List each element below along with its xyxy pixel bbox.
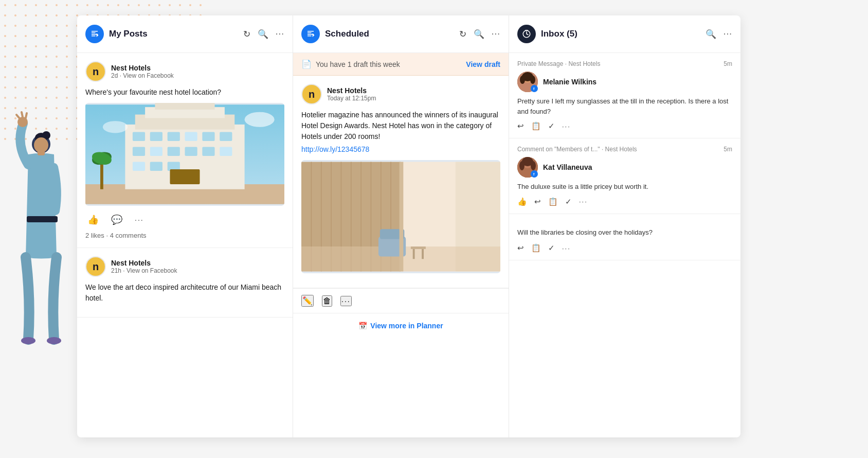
svg-rect-23 (133, 132, 145, 140)
scheduled-nest-avatar: n (301, 84, 322, 104)
post-author-1: n Nest Hotels 2d · View on Facebook (85, 61, 284, 82)
nest-hotels-avatar-2: n (85, 256, 106, 277)
my-posts-actions: ↻ 🔍 ··· (243, 29, 284, 40)
more-button-msg2[interactable]: ··· (579, 198, 588, 205)
inbox-sender-1: f Melanie Wilkins (517, 72, 732, 92)
svg-rect-56 (411, 246, 426, 249)
post-card-1: n Nest Hotels 2d · View on Facebook Wher… (77, 53, 293, 248)
melanie-actions: ↩ 📋 ✓ ··· (517, 121, 732, 131)
view-draft-button[interactable]: View draft (466, 60, 500, 68)
svg-rect-24 (150, 132, 162, 140)
refresh-icon[interactable]: ↻ (243, 29, 250, 40)
inbox-header: Inbox (5) 🔍 ··· (509, 15, 740, 53)
svg-rect-35 (133, 162, 145, 171)
done-button-1[interactable]: ✓ (548, 121, 555, 131)
post-author-2: n Nest Hotels 21h · View on Facebook (85, 256, 284, 277)
more-button-msg3[interactable]: ··· (562, 244, 571, 252)
delete-button[interactable]: 🗑 (322, 295, 332, 307)
svg-rect-25 (168, 132, 180, 140)
fb-badge-2: f (531, 170, 538, 178)
svg-point-66 (520, 76, 525, 84)
unknown-actions: ↩ 📋 ✓ ··· (517, 243, 732, 253)
fb-badge-1: f (531, 85, 538, 92)
inbox-message-2: Comment on "Members of t..." · Nest Hote… (509, 138, 740, 214)
more-button-1[interactable]: ··· (133, 214, 146, 226)
draft-banner: 📄 You have 1 draft this week View draft (293, 53, 509, 76)
kat-actions: 👍 ↩ 📋 ✓ ··· (517, 197, 732, 206)
draft-icon: 📄 (301, 59, 312, 69)
my-posts-header: My Posts ↻ 🔍 ··· (77, 15, 293, 53)
post-meta-2: 21h · View on Facebook (111, 267, 177, 274)
post-text-2: We love the art deco inspired architecut… (85, 282, 284, 304)
my-posts-icon (85, 25, 104, 43)
view-more-planner: 📅 View more in Planner (293, 313, 509, 338)
svg-rect-58 (422, 249, 424, 259)
scheduled-refresh-icon[interactable]: ↻ (459, 29, 466, 40)
my-posts-title: My Posts (109, 29, 238, 39)
calendar-icon: 📅 (358, 322, 367, 330)
unknown-message-text: Will the libraries be closing over the h… (517, 227, 732, 238)
svg-point-76 (531, 161, 536, 170)
my-posts-panel: My Posts ↻ 🔍 ··· n Nest Hotels 2d · View… (77, 15, 293, 437)
scheduled-post-link[interactable]: http://ow.ly/12345678 (301, 144, 500, 155)
assign-button-1[interactable]: 📋 (531, 121, 541, 131)
panels-container: My Posts ↻ 🔍 ··· n Nest Hotels 2d · View… (77, 15, 740, 437)
scheduled-title: Scheduled (325, 29, 454, 39)
draft-info: 📄 You have 1 draft this week (301, 59, 400, 69)
post-meta-1: 2d · View on Facebook (111, 72, 174, 79)
scheduled-post-meta: Today at 12:15pm (327, 95, 376, 102)
melanie-message-text: Pretty sure I left my sunglasses at the … (517, 96, 732, 116)
author-name-2: Nest Hotels (111, 259, 177, 267)
svg-point-40 (103, 121, 128, 133)
draft-text: You have 1 draft this week (316, 60, 400, 68)
svg-rect-34 (220, 147, 232, 155)
nest-hotels-avatar-1: n (85, 61, 106, 82)
inbox-meta-2: Comment on "Members of t..." · Nest Hote… (517, 146, 732, 153)
done-button-3[interactable]: ✓ (548, 243, 555, 253)
like-button-msg2[interactable]: 👍 (517, 197, 527, 206)
assign-button-2[interactable]: 📋 (548, 197, 558, 206)
inbox-title: Inbox (5) (541, 29, 700, 39)
inbox-icon (517, 25, 536, 43)
done-button-2[interactable]: ✓ (565, 197, 572, 206)
author-info-1: Nest Hotels 2d · View on Facebook (111, 64, 174, 79)
search-icon[interactable]: 🔍 (258, 29, 268, 40)
svg-rect-22 (155, 103, 214, 110)
scheduled-icon (301, 25, 320, 43)
inbox-actions-header: 🔍 ··· (706, 29, 732, 40)
scheduled-more-icon[interactable]: ··· (492, 29, 500, 39)
assign-button-3[interactable]: 📋 (531, 243, 541, 253)
inbox-message-1: Private Message · Nest Hotels 5m (509, 53, 740, 138)
comment-button-1[interactable]: 💬 (109, 212, 124, 227)
post-actions-1: 👍 💬 ··· (85, 212, 284, 227)
scheduled-more-btn[interactable]: ··· (340, 296, 352, 306)
scheduled-post-text: Hotelier magazine has announced the winn… (301, 110, 500, 155)
reply-button-1[interactable]: ↩ (517, 121, 524, 131)
view-more-planner-link[interactable]: 📅 View more in Planner (301, 322, 500, 330)
svg-rect-33 (202, 147, 214, 155)
reply-button-2[interactable]: ↩ (534, 197, 541, 206)
reply-button-3[interactable]: ↩ (517, 243, 524, 253)
more-button-msg1[interactable]: ··· (562, 122, 571, 130)
scheduled-panel: Scheduled ↻ 🔍 ··· 📄 You have 1 draft thi… (293, 15, 509, 437)
scheduled-author-info: Nest Hotels Today at 12:15pm (327, 86, 376, 102)
inbox-meta-1: Private Message · Nest Hotels 5m (517, 60, 732, 67)
svg-rect-28 (220, 132, 232, 140)
svg-rect-26 (185, 132, 197, 140)
melanie-name: Melanie Wilkins (543, 78, 596, 86)
like-button-1[interactable]: 👍 (85, 212, 101, 227)
scheduled-search-icon[interactable]: 🔍 (474, 29, 484, 40)
scheduled-actions: ↻ 🔍 ··· (459, 29, 500, 40)
svg-rect-29 (133, 147, 145, 155)
svg-point-39 (245, 112, 275, 127)
inbox-more-icon[interactable]: ··· (724, 29, 732, 39)
post-card-2: n Nest Hotels 21h · View on Facebook We … (77, 248, 293, 318)
inbox-search-icon[interactable]: 🔍 (706, 29, 716, 40)
more-icon[interactable]: ··· (276, 29, 284, 39)
scheduled-header: Scheduled ↻ 🔍 ··· (293, 15, 509, 53)
svg-rect-36 (150, 162, 162, 171)
post-text-1: Where's your favourite nest hotel locati… (85, 87, 284, 98)
kat-message-text: The duluxe suite is a little pricey but … (517, 182, 732, 192)
author-name-1: Nest Hotels (111, 64, 174, 72)
edit-button[interactable]: ✏️ (301, 295, 314, 307)
